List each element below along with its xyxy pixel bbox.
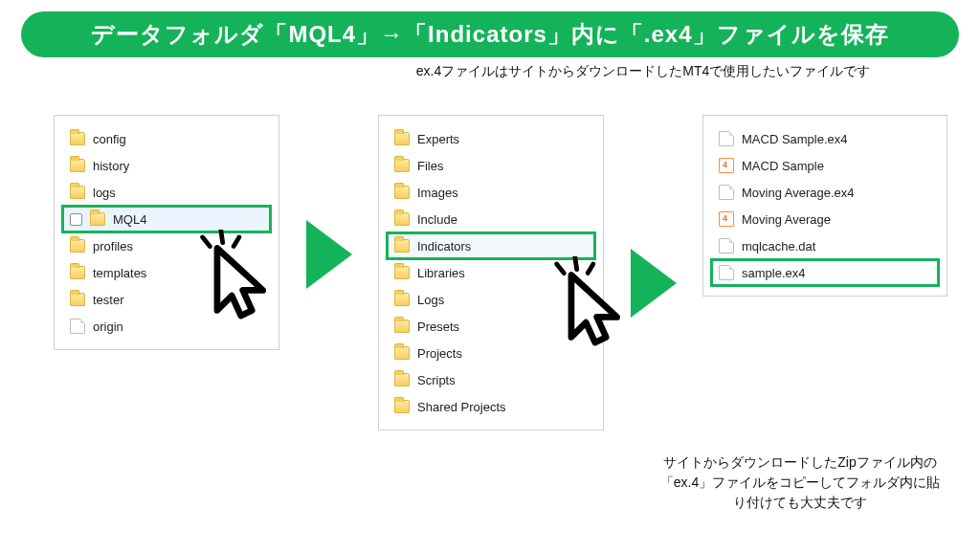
- list-item[interactable]: Logs: [389, 286, 593, 313]
- list-item[interactable]: Shared Projects: [389, 393, 593, 420]
- file-icon: [70, 319, 85, 334]
- folder-icon: [394, 239, 410, 253]
- folder-icon: [394, 293, 410, 306]
- item-label: Presets: [417, 320, 588, 334]
- folder-icon: [90, 212, 105, 226]
- item-label: Files: [417, 159, 588, 173]
- folder-icon: [70, 132, 85, 145]
- item-label: mqlcache.dat: [742, 239, 931, 253]
- item-label: origin: [93, 320, 263, 334]
- folder-icon: [70, 239, 85, 253]
- explorer-panel-mql4-sub: ExpertsFilesImagesIncludeIndicatorsLibra…: [378, 115, 604, 430]
- item-label: logs: [93, 186, 263, 200]
- arrow-2: [631, 115, 677, 318]
- list-item[interactable]: Presets: [389, 313, 593, 340]
- folder-icon: [394, 320, 410, 333]
- item-label: Indicators: [417, 239, 588, 253]
- item-label: Libraries: [417, 266, 588, 280]
- list-item[interactable]: config: [64, 125, 269, 152]
- list-item[interactable]: MACD Sample: [713, 152, 937, 179]
- list-item[interactable]: mqlcache.dat: [713, 232, 937, 259]
- file-icon: [719, 185, 734, 200]
- list-item[interactable]: tester: [64, 286, 269, 313]
- arrow-right-icon: [306, 220, 352, 289]
- folder-icon: [70, 186, 85, 199]
- folder-icon: [70, 159, 85, 172]
- folder-icon: [70, 266, 85, 279]
- item-label: Experts: [417, 132, 588, 146]
- item-label: Projects: [417, 346, 588, 361]
- folder-icon: [394, 186, 410, 199]
- banner-title: データフォルダ「MQL4」→「Indicators」内に「.ex4」ファイルを保…: [21, 11, 959, 57]
- list-item[interactable]: history: [64, 152, 269, 179]
- list-item[interactable]: Moving Average.ex4: [713, 179, 937, 206]
- list-item[interactable]: logs: [64, 179, 269, 206]
- item-label: tester: [93, 293, 263, 307]
- list-item[interactable]: Libraries: [389, 259, 593, 286]
- mq4-code-icon: [719, 158, 734, 173]
- item-label: config: [93, 132, 263, 146]
- footnote-text: サイトからダウンロードしたZipファイル内の「ex.4」ファイルをコピーしてフォ…: [657, 452, 944, 513]
- file-icon: [719, 265, 734, 280]
- folder-icon: [394, 346, 410, 360]
- arrow-right-icon: [631, 249, 677, 318]
- item-label: MACD Sample: [742, 159, 931, 173]
- folder-icon: [394, 159, 410, 172]
- file-icon: [719, 238, 734, 253]
- folder-icon: [394, 400, 410, 413]
- panels-row: confighistorylogsMQL4profilestemplateste…: [0, 80, 980, 430]
- list-item[interactable]: MACD Sample.ex4: [713, 125, 937, 152]
- folder-icon: [394, 132, 410, 145]
- item-label: profiles: [93, 239, 263, 253]
- list-item[interactable]: Indicators: [389, 232, 593, 259]
- list-item[interactable]: sample.ex4: [713, 259, 937, 286]
- item-label: Include: [417, 212, 588, 227]
- list-item[interactable]: Files: [389, 152, 593, 179]
- list-item[interactable]: Scripts: [389, 366, 593, 393]
- mq4-code-icon: [719, 211, 734, 227]
- item-label: MQL4: [113, 212, 263, 227]
- list-item[interactable]: Moving Average: [713, 206, 937, 232]
- folder-icon: [394, 373, 410, 386]
- list-item[interactable]: MQL4: [64, 206, 269, 232]
- list-item[interactable]: templates: [64, 259, 269, 286]
- item-label: Moving Average: [742, 212, 931, 227]
- item-label: Images: [417, 186, 588, 200]
- item-label: templates: [93, 266, 263, 280]
- folder-icon: [70, 293, 85, 306]
- item-label: MACD Sample.ex4: [742, 132, 931, 146]
- folder-icon: [394, 212, 410, 226]
- list-item[interactable]: Include: [389, 206, 593, 232]
- explorer-panel-indicators: MACD Sample.ex4MACD SampleMoving Average…: [702, 115, 947, 297]
- item-label: Moving Average.ex4: [742, 186, 931, 200]
- banner-subline: ex.4ファイルはサイトからダウンロードしたMT4で使用したいファイルです: [21, 63, 959, 80]
- list-item[interactable]: Experts: [389, 125, 593, 152]
- list-item[interactable]: profiles: [64, 232, 269, 259]
- checkbox[interactable]: [70, 213, 82, 226]
- folder-icon: [394, 266, 410, 279]
- item-label: history: [93, 159, 263, 173]
- arrow-1: [306, 115, 352, 289]
- explorer-panel-mql4-root: confighistorylogsMQL4profilestemplateste…: [54, 115, 279, 350]
- list-item[interactable]: Images: [389, 179, 593, 206]
- list-item[interactable]: origin: [64, 313, 269, 340]
- item-label: Logs: [417, 293, 588, 307]
- list-item[interactable]: Projects: [389, 340, 593, 366]
- item-label: sample.ex4: [742, 266, 931, 280]
- file-icon: [719, 131, 734, 146]
- item-label: Shared Projects: [417, 400, 588, 414]
- item-label: Scripts: [417, 373, 588, 387]
